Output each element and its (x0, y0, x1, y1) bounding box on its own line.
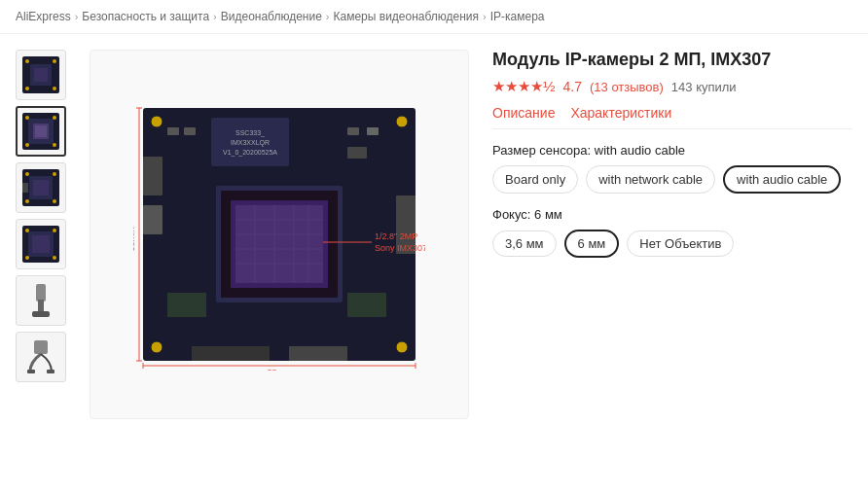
svg-rect-68 (347, 147, 367, 159)
thumbnail-4[interactable] (16, 219, 66, 269)
svg-point-13 (25, 143, 29, 147)
svg-rect-65 (184, 127, 196, 135)
svg-point-5 (25, 87, 29, 90)
svg-point-18 (25, 172, 29, 176)
svg-rect-10 (35, 125, 47, 137)
sensor-options-row: Board only with network cable with audio… (492, 165, 852, 194)
svg-rect-33 (32, 311, 50, 317)
tab-description[interactable]: Описание (492, 105, 555, 128)
focus-option-36mm[interactable]: 3,6 мм (492, 230, 557, 257)
svg-text:38mm: 38mm (267, 368, 291, 371)
svg-rect-66 (347, 127, 359, 135)
thumbnail-list (16, 50, 70, 419)
product-image: SSC333_ IMX3XXLQR V1_0_20200525A (133, 98, 425, 371)
svg-point-3 (25, 59, 29, 63)
thumbnail-1[interactable] (16, 50, 66, 100)
svg-text:SSC333_: SSC333_ (235, 129, 265, 137)
rating-row: ★★★★½ 4.7 (13 отзывов) 143 купили (492, 78, 852, 95)
focus-section: Фокус: 6 мм 3,6 мм 6 мм Нет Объектив (492, 207, 852, 258)
tabs-row: Описание Характеристики (492, 105, 852, 129)
tab-specs[interactable]: Характеристики (570, 105, 671, 128)
thumb-img-2 (22, 113, 59, 150)
svg-rect-2 (34, 68, 48, 82)
svg-rect-31 (36, 284, 46, 301)
sensor-option-board-only[interactable]: Board only (492, 165, 578, 194)
breadcrumb-sep-3: › (326, 11, 330, 22)
svg-rect-50 (235, 205, 323, 283)
sensor-option-audio-cable[interactable]: with audio cable (723, 165, 841, 194)
sensor-size-label: Размер сенсора: with audio cable (492, 143, 852, 158)
main-image-container: SSC333_ IMX3XXLQR V1_0_20200525A (90, 50, 469, 419)
bought-count: 143 купили (671, 80, 737, 94)
svg-point-19 (53, 172, 56, 176)
svg-point-27 (53, 229, 56, 232)
svg-rect-67 (367, 127, 379, 135)
main-content: SSC333_ IMX3XXLQR V1_0_20200525A (0, 34, 868, 435)
thumbnail-2[interactable] (16, 106, 66, 157)
svg-rect-60 (143, 205, 163, 234)
thumb-img-5 (22, 282, 59, 319)
thumbnail-6[interactable] (16, 332, 66, 382)
svg-point-26 (25, 229, 29, 232)
svg-rect-64 (167, 127, 179, 135)
svg-rect-35 (34, 340, 48, 354)
svg-point-42 (396, 341, 408, 353)
reviews-link[interactable]: (13 отзывов) (590, 80, 664, 94)
svg-point-21 (53, 199, 56, 203)
focus-option-no-lens[interactable]: Нет Объектив (627, 230, 734, 257)
focus-options-row: 3,6 мм 6 мм Нет Объектив (492, 230, 852, 258)
focus-label: Фокус: 6 мм (492, 207, 852, 222)
svg-text:38mm: 38mm (133, 227, 136, 251)
svg-point-40 (396, 116, 408, 127)
svg-point-28 (25, 256, 29, 260)
focus-option-6mm[interactable]: 6 мм (564, 230, 620, 258)
svg-text:1/2.8" 2MP: 1/2.8" 2MP (375, 231, 417, 241)
sensor-size-section: Размер сенсора: with audio cable Board o… (492, 143, 852, 194)
svg-rect-17 (33, 180, 49, 195)
thumbnail-5[interactable] (16, 275, 66, 326)
svg-point-41 (151, 341, 163, 353)
svg-rect-63 (289, 346, 347, 361)
svg-rect-36 (27, 370, 35, 373)
svg-text:Sony IMX307: Sony IMX307 (375, 243, 425, 253)
svg-rect-59 (143, 157, 163, 195)
svg-point-11 (25, 116, 29, 120)
breadcrumb-sep-4: › (483, 11, 487, 22)
svg-point-29 (53, 256, 56, 260)
svg-point-12 (53, 116, 56, 120)
sensor-option-network-cable[interactable]: with network cable (586, 165, 715, 194)
svg-point-14 (53, 143, 56, 147)
svg-rect-25 (32, 235, 50, 253)
thumb-img-1 (22, 56, 59, 93)
thumb-img-3 (22, 169, 59, 206)
svg-rect-62 (192, 346, 270, 361)
svg-point-39 (151, 116, 163, 127)
breadcrumb-aliexpress[interactable]: AliExpress (16, 10, 71, 23)
svg-point-4 (53, 59, 56, 63)
svg-point-20 (25, 199, 29, 203)
svg-rect-37 (47, 370, 54, 373)
svg-rect-69 (167, 293, 206, 317)
rating-score: 4.7 (563, 79, 582, 94)
product-title: Модуль IP-камеры 2 МП, IMX307 (492, 50, 852, 70)
breadcrumb-ipcam[interactable]: IP-камера (490, 10, 545, 23)
svg-text:V1_0_20200525A: V1_0_20200525A (223, 149, 277, 157)
svg-rect-70 (347, 293, 386, 317)
product-info: Модуль IP-камеры 2 МП, IMX307 ★★★★½ 4.7 … (488, 50, 852, 419)
breadcrumb-sep-2: › (213, 11, 217, 22)
thumb-img-6 (22, 338, 59, 375)
thumb-img-4 (22, 226, 59, 263)
thumbnail-3[interactable] (16, 162, 66, 213)
svg-rect-22 (22, 183, 28, 193)
svg-point-6 (53, 87, 56, 90)
svg-text:IMX3XXLQR: IMX3XXLQR (231, 139, 270, 147)
breadcrumb-cameras[interactable]: Камеры видеонаблюдения (334, 10, 480, 23)
breadcrumb: AliExpress › Безопасность и защита › Вид… (0, 0, 868, 34)
breadcrumb-security[interactable]: Безопасность и защита (82, 10, 209, 23)
breadcrumb-video[interactable]: Видеонаблюдение (221, 10, 322, 23)
breadcrumb-sep-1: › (75, 11, 79, 22)
star-icons: ★★★★½ (492, 78, 556, 95)
